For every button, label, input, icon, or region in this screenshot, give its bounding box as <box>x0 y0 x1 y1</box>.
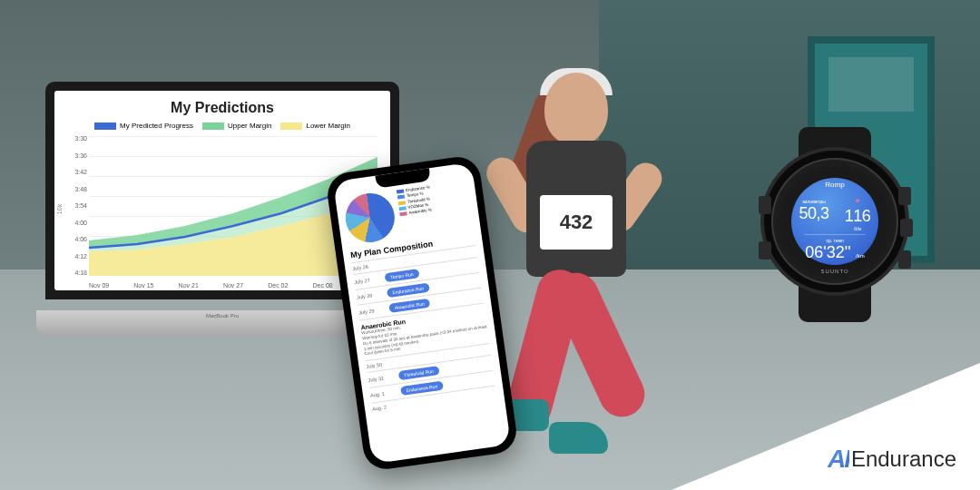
sports-watch: Romp километры 50,3 ♥ 116 б/м ср. темп 0… <box>753 127 916 322</box>
brand-logo: AIEndurance <box>828 445 956 474</box>
x-axis: Nov 09 Nov 15 Nov 21 Nov 27 Dec 02 Dec 0… <box>89 282 377 289</box>
watch-heartrate: 116 <box>845 207 871 225</box>
logo-mark-icon: AI <box>828 445 849 474</box>
heart-icon: ♥ <box>856 197 860 205</box>
watch-button <box>900 219 913 237</box>
watch-face: Romp километры 50,3 ♥ 116 б/м ср. темп 0… <box>791 178 878 265</box>
chart-legend: My Predicted Progress Upper Margin Lower… <box>67 122 377 130</box>
watch-button <box>759 196 771 214</box>
y-axis: 3:30 3:36 3:42 3:48 3:54 4:00 4:06 4:12 … <box>67 135 87 276</box>
y-axis-label: 10k <box>56 203 63 213</box>
phone-screen: Endurance % Tempo % Threshold % VO2Max %… <box>333 162 511 464</box>
watch-button <box>898 187 911 205</box>
watch-mode: Romp <box>825 181 844 189</box>
plan-pie-chart <box>342 190 397 245</box>
watch-button <box>898 250 911 269</box>
chart-title: My Predictions <box>67 100 377 116</box>
watch-brand: SUUNTO <box>820 269 848 274</box>
pie-legend: Endurance % Tempo % Threshold % VO2Max %… <box>397 180 474 238</box>
watch-pace: 06'32'' <box>805 243 850 261</box>
watch-distance: 50,3 <box>799 204 829 222</box>
watch-button <box>759 241 771 260</box>
